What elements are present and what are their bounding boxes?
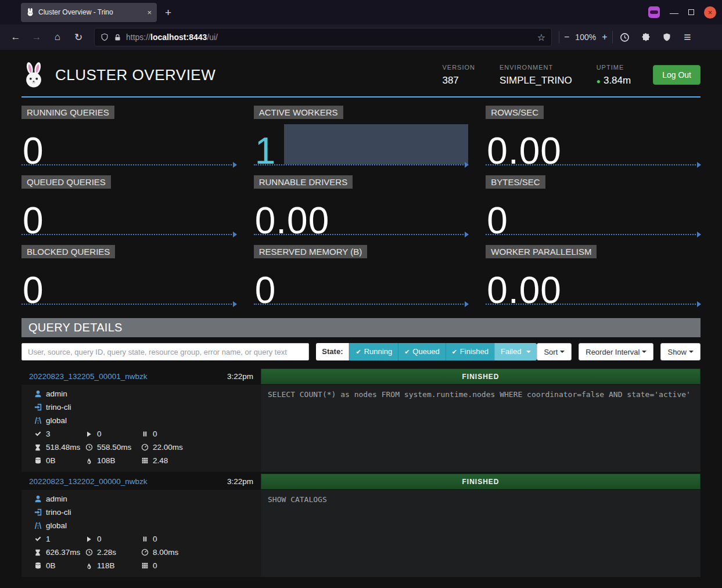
- forward-button[interactable]: →: [28, 28, 45, 46]
- back-button[interactable]: ←: [7, 28, 24, 46]
- peak-memory: 118B: [97, 561, 115, 570]
- resource-group-road-icon: [34, 417, 42, 425]
- query-id-link[interactable]: 20220823_132202_00000_nwbzk: [21, 477, 147, 486]
- check-icon: ✔: [452, 349, 457, 355]
- sparkline-arrow-icon: [233, 232, 237, 237]
- caret-down-icon: [560, 351, 565, 353]
- uptime-label: UPTIME: [597, 64, 631, 71]
- browser-tab[interactable]: Cluster Overview - Trino ×: [21, 3, 157, 22]
- cluster-info: VERSION 387 ENVIRONMENT SIMPLE_TRINO UPT…: [442, 64, 631, 86]
- sparkline-arrow-icon: [697, 301, 701, 307]
- window-close-button[interactable]: ×: [704, 6, 716, 19]
- query-id-link[interactable]: 20220823_132205_00001_nwbzk: [21, 372, 147, 381]
- state-filter-running[interactable]: ✔Running: [349, 343, 398, 360]
- check-icon: ✔: [355, 349, 361, 355]
- stat-label: BYTES/SEC: [486, 175, 545, 189]
- query-time: 3:22pm: [227, 477, 261, 486]
- window-restore-button[interactable]: [688, 9, 694, 15]
- peak-memory: 108B: [97, 456, 116, 465]
- running-splits: 0: [97, 430, 102, 438]
- queued-splits: 0: [153, 430, 157, 438]
- wall-time: 626.37ms: [46, 548, 80, 557]
- history-clock-icon[interactable]: [616, 28, 634, 46]
- completed-splits: 3: [46, 430, 51, 438]
- cpu-time: 8.00ms: [153, 548, 178, 557]
- query-user: admin: [46, 495, 67, 503]
- bookmark-star-icon[interactable]: ☆: [537, 32, 545, 43]
- extension-badge-icon[interactable]: [648, 6, 660, 18]
- state-filter-queued[interactable]: ✔Queued: [398, 343, 445, 360]
- sparkline: 0.00: [486, 121, 701, 165]
- sort-dropdown-button[interactable]: Sort: [537, 343, 572, 360]
- uptime-status-dot: ●: [597, 77, 601, 85]
- query-resource-group: global: [46, 416, 67, 425]
- version-value: 387: [442, 75, 475, 86]
- stat-value: 0: [255, 272, 276, 309]
- zoom-in-button[interactable]: +: [602, 32, 607, 42]
- url-host: localhost:8443: [150, 33, 207, 42]
- sparkline-arrow-icon: [233, 301, 237, 307]
- extensions-puzzle-icon[interactable]: [637, 28, 655, 46]
- cpu-time: 22.00ms: [153, 443, 183, 452]
- protections-shield-icon[interactable]: [658, 28, 676, 46]
- environment-info: ENVIRONMENT SIMPLE_TRINO: [500, 64, 572, 86]
- stat-runnable-drivers: RUNNABLE DRIVERS 0.00: [254, 175, 469, 239]
- elapsed-time: 2.28s: [97, 548, 116, 557]
- stat-active-workers: ACTIVE WORKERS 1: [254, 106, 469, 169]
- home-button[interactable]: ⌂: [49, 28, 66, 46]
- zoom-out-button[interactable]: −: [564, 32, 569, 42]
- stat-blocked-queries: BLOCKED QUERIES 0: [21, 245, 236, 309]
- version-label: VERSION: [442, 64, 475, 71]
- sparkline: 0: [21, 261, 236, 305]
- query-times-row: 626.37ms 2.28s 8.00ms: [34, 546, 255, 559]
- query-status-badge: FINISHED: [261, 474, 701, 489]
- user-icon: [34, 495, 42, 503]
- header-divider: [21, 96, 701, 98]
- reorder-interval-dropdown-button[interactable]: Reorder Interval: [579, 343, 653, 360]
- zoom-level[interactable]: 100%: [575, 33, 596, 42]
- reload-button[interactable]: ↻: [70, 28, 87, 46]
- query-memory-row: 0B 108B 2.48: [34, 454, 255, 467]
- sparkline: 1: [254, 121, 469, 165]
- query-search-input[interactable]: [21, 343, 309, 360]
- check-ok-icon: [34, 430, 42, 438]
- url-text[interactable]: https://localhost:8443/ui/: [126, 33, 533, 42]
- running-splits: 0: [97, 535, 102, 543]
- sparkline-arrow-icon: [697, 232, 701, 237]
- url-path: /ui/: [207, 33, 218, 42]
- window-minimize-button[interactable]: —: [670, 8, 678, 17]
- stat-queued-queries: QUEUED QUERIES 0: [21, 175, 236, 239]
- trino-bunny-logo: [21, 60, 46, 89]
- query-source-row: trino-cli: [34, 506, 255, 519]
- stat-reserved-memory: RESERVED MEMORY (B) 0: [254, 245, 469, 309]
- state-filter-group: State: ✔Running ✔Queued ✔Finished Failed: [316, 343, 537, 360]
- logout-button[interactable]: Log Out: [653, 65, 701, 85]
- state-filter-finished[interactable]: ✔Finished: [446, 343, 494, 360]
- pause-icon: [141, 430, 149, 438]
- query-user-row: admin: [34, 492, 255, 506]
- query-user: admin: [46, 389, 67, 398]
- sparkline: 0: [486, 191, 701, 235]
- completed-splits: 1: [46, 535, 51, 543]
- query-card: 20220823_132205_00001_nwbzk 3:22pm FINIS…: [21, 369, 701, 472]
- lock-icon[interactable]: [113, 33, 121, 41]
- tracking-protection-shield-icon[interactable]: [100, 33, 109, 41]
- new-tab-button[interactable]: +: [165, 7, 171, 18]
- hourglass-icon: [34, 549, 42, 557]
- stat-value: 0: [23, 272, 44, 309]
- menu-hamburger-icon[interactable]: ≡: [679, 28, 696, 46]
- sparkline: 0.00: [254, 191, 469, 235]
- stat-running-queries: RUNNING QUERIES 0: [21, 106, 236, 169]
- parallelism: 2.48: [153, 456, 168, 465]
- sparkline-arrow-icon: [465, 162, 469, 168]
- fire-icon: [85, 457, 93, 465]
- url-bar[interactable]: https://localhost:8443/ui/ ☆: [94, 28, 552, 46]
- hourglass-icon: [34, 443, 42, 452]
- query-info-panel: admin trino-cli global 3 0 0 518.48ms: [21, 385, 261, 472]
- show-dropdown-button[interactable]: Show: [660, 343, 701, 360]
- state-filter-failed-dropdown[interactable]: Failed: [494, 343, 537, 360]
- trino-favicon: [26, 8, 34, 16]
- query-filter-toolbar: State: ✔Running ✔Queued ✔Finished Failed…: [21, 343, 701, 360]
- query-memory-row: 0B 118B 0: [34, 559, 255, 572]
- tab-close-icon[interactable]: ×: [147, 9, 152, 16]
